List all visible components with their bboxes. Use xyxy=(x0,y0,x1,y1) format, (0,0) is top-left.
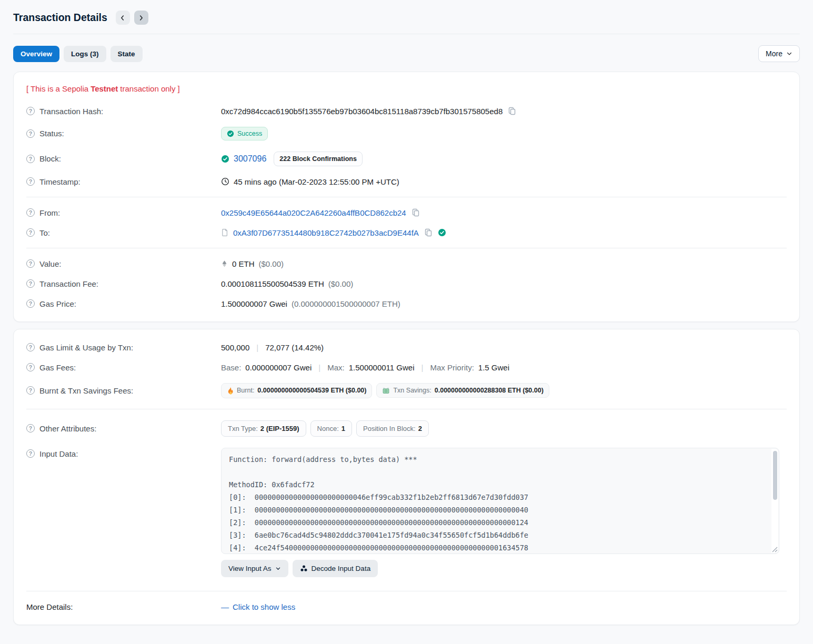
other-attributes-label: Other Attributes: xyxy=(39,424,96,433)
from-label: From: xyxy=(39,208,60,217)
help-icon[interactable]: ? xyxy=(26,363,35,371)
copy-icon xyxy=(424,228,433,237)
nonce-value: 1 xyxy=(342,425,345,432)
decode-input-data-button[interactable]: Decode Input Data xyxy=(293,560,378,577)
position-in-block-label: Position In Block: xyxy=(363,425,416,432)
input-data-textarea[interactable]: Function: forward(address to,bytes data)… xyxy=(221,448,779,554)
value-usd: ($0.00) xyxy=(259,259,284,268)
more-details-row: More Details: — Click to show less xyxy=(26,597,787,617)
status-row: ? Status: Success xyxy=(26,121,787,146)
txn-type-label: Txn Type: xyxy=(228,425,258,432)
block-row: ? Block: 3007096 222 Block Confirmations xyxy=(26,146,787,172)
help-icon[interactable]: ? xyxy=(26,449,35,458)
verified-check-icon xyxy=(438,228,446,237)
help-icon[interactable]: ? xyxy=(26,259,35,268)
decode-icon xyxy=(300,565,308,572)
txn-savings-value: 0.000000000000288308 ETH ($0.00) xyxy=(435,387,544,394)
burnt-savings-row: ? Burnt & Txn Savings Fees: Burnt: 0.000… xyxy=(26,377,787,404)
chevron-left-icon xyxy=(119,14,126,22)
copy-icon xyxy=(411,208,420,217)
check-circle-icon xyxy=(221,155,229,163)
check-circle-icon xyxy=(227,130,234,137)
gas-usage-value: 72,077 (14.42%) xyxy=(265,343,324,352)
chevron-right-icon xyxy=(137,14,145,22)
base-fee-value: 0.000000007 Gwei xyxy=(245,363,312,372)
gas-price-amount: 1.500000007 Gwei xyxy=(221,299,287,308)
testnet-notice: [ This is a SepoliaTestnettransaction on… xyxy=(26,80,787,101)
divider xyxy=(26,591,787,591)
help-icon[interactable]: ? xyxy=(26,386,35,395)
copy-hash-button[interactable] xyxy=(507,107,517,115)
more-dropdown-button[interactable]: More xyxy=(758,45,800,62)
show-less-label: Click to show less xyxy=(233,602,295,611)
help-icon[interactable]: ? xyxy=(26,208,35,217)
help-icon[interactable]: ? xyxy=(26,155,35,163)
gas-limit-usage-label: Gas Limit & Usage by Txn: xyxy=(39,343,133,352)
decode-input-data-label: Decode Input Data xyxy=(312,565,371,572)
max-fee-value: 1.500000011 Gwei xyxy=(349,363,415,372)
tab-logs[interactable]: Logs (3) xyxy=(64,46,106,62)
help-icon[interactable]: ? xyxy=(26,424,35,432)
from-address-link[interactable]: 0x259c49E65644a020C2A642260a4ffB0CD862cb… xyxy=(221,208,406,217)
position-in-block-badge: Position In Block: 2 xyxy=(356,420,429,437)
value-label: Value: xyxy=(39,259,61,268)
contract-document-icon xyxy=(221,228,229,237)
resize-grip-icon[interactable] xyxy=(772,547,778,552)
gas-fees-label: Gas Fees: xyxy=(39,363,76,372)
from-row: ? From: 0x259c49E65644a020C2A642260a4ffB… xyxy=(26,203,787,223)
to-row: ? To: 0xA3f07D6773514480b918C2742b027b3a… xyxy=(26,223,787,243)
help-icon[interactable]: ? xyxy=(26,299,35,308)
block-confirmations-badge: 222 Block Confirmations xyxy=(274,152,363,166)
value-amount: 0 ETH xyxy=(232,259,255,268)
txn-savings-badge: Txn Savings: 0.000000000000288308 ETH ($… xyxy=(376,383,549,398)
max-priority-fee-value: 1.5 Gwei xyxy=(478,363,509,372)
view-input-as-button[interactable]: View Input As xyxy=(221,560,288,577)
help-icon[interactable]: ? xyxy=(26,279,35,288)
ethereum-icon xyxy=(221,260,228,267)
help-icon[interactable]: ? xyxy=(26,228,35,237)
burnt-value: 0.000000000000504539 ETH ($0.00) xyxy=(257,387,366,394)
status-label: Status: xyxy=(39,129,64,138)
help-icon[interactable]: ? xyxy=(26,129,35,138)
tab-state[interactable]: State xyxy=(111,46,143,62)
transaction-fee-usd: ($0.00) xyxy=(328,279,354,288)
block-number-link[interactable]: 3007096 xyxy=(234,154,266,164)
separator: | xyxy=(421,363,424,372)
chevron-down-icon xyxy=(275,566,281,571)
transaction-hash-label: Transaction Hash: xyxy=(39,107,103,116)
previous-transaction-button[interactable] xyxy=(116,11,130,25)
max-priority-fee-label: Max Priority: xyxy=(430,363,474,372)
gas-fees-row: ? Gas Fees: Base: 0.000000007 Gwei | Max… xyxy=(26,357,787,377)
gas-price-row: ? Gas Price: 1.500000007 Gwei (0.0000000… xyxy=(26,294,787,314)
gas-limit-usage-row: ? Gas Limit & Usage by Txn: 500,000 | 72… xyxy=(26,337,787,357)
to-address-link[interactable]: 0xA3f07D6773514480b918C2742b027b3acD9E44… xyxy=(233,228,419,237)
copy-to-address-button[interactable] xyxy=(423,228,434,237)
copy-from-address-button[interactable] xyxy=(410,208,421,217)
separator: | xyxy=(318,363,320,372)
show-less-link[interactable]: — Click to show less xyxy=(221,602,295,611)
details-card: ? Gas Limit & Usage by Txn: 500,000 | 72… xyxy=(13,329,800,625)
more-details-label: More Details: xyxy=(26,602,73,611)
divider xyxy=(26,197,787,197)
gas-price-eth: (0.000000001500000007 ETH) xyxy=(292,299,400,308)
timestamp-value: 45 mins ago (Mar-02-2023 12:55:00 PM +UT… xyxy=(234,177,399,186)
base-fee-label: Base: xyxy=(221,363,241,372)
input-data-label: Input Data: xyxy=(39,449,78,458)
input-data-scrollbar[interactable] xyxy=(771,449,778,553)
money-wings-icon xyxy=(382,387,390,394)
timestamp-row: ? Timestamp: 45 mins ago (Mar-02-2023 12… xyxy=(26,172,787,192)
burnt-label: Burnt: xyxy=(237,387,254,394)
help-icon[interactable]: ? xyxy=(26,107,35,115)
chevron-down-icon xyxy=(786,51,792,57)
tab-overview[interactable]: Overview xyxy=(13,46,59,62)
help-icon[interactable]: ? xyxy=(26,343,35,351)
to-label: To: xyxy=(39,228,50,237)
nonce-label: Nonce: xyxy=(317,425,339,432)
next-transaction-button[interactable] xyxy=(134,11,148,25)
scrollbar-thumb[interactable] xyxy=(773,451,777,500)
status-value: Success xyxy=(237,130,262,137)
help-icon[interactable]: ? xyxy=(26,177,35,186)
transaction-fee-amount: 0.000108115500504539 ETH xyxy=(221,279,324,288)
page-header: Transaction Details xyxy=(13,0,800,34)
fire-icon xyxy=(227,387,234,395)
